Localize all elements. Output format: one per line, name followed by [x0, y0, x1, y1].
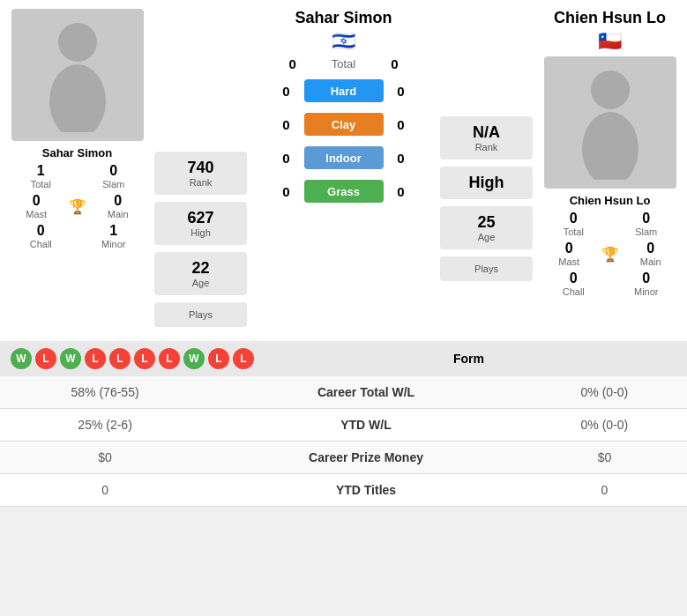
right-player-name: Chien Hsun Lo — [570, 194, 651, 207]
form-badge-8: L — [208, 348, 229, 369]
right-chall-row: 0 Chall 0 Minor — [537, 271, 683, 297]
surface-row-clay: 0 Clay 0 — [251, 113, 436, 136]
left-age-lbl: Age — [161, 278, 240, 288]
left-high-lbl: High — [161, 227, 240, 238]
center-total-label: Total — [332, 57, 355, 71]
right-plays-box: Plays — [440, 256, 533, 281]
left-player-area: Sahar Simon 1 Total 0 Slam 0 Mast 🏆 — [4, 9, 150, 329]
right-age-val: 25 — [447, 213, 526, 232]
surface-left-1: 0 — [278, 117, 295, 132]
form-label: Form — [261, 352, 676, 366]
left-flag: 🇮🇱 — [332, 30, 355, 53]
surface-btn-indoor[interactable]: Indoor — [304, 146, 384, 169]
right-chall-val: 0 — [537, 271, 610, 286]
left-age-box: 22 Age — [154, 252, 247, 295]
stats-left-1: 25% (2-6) — [0, 409, 210, 442]
right-high-val: High — [447, 174, 526, 192]
left-stat-boxes: 740 Rank 627 High 22 Age Plays — [154, 150, 247, 329]
stats-left-0: 58% (76-55) — [0, 376, 210, 409]
right-player-area: Chien Hsun Lo 🇨🇱 Chien Hsun Lo 0 Total 0… — [537, 9, 683, 329]
left-mast-val: 0 — [4, 193, 69, 209]
total-row: 0 Total 0 — [251, 56, 436, 71]
left-trophy-row: 0 Mast 🏆 0 Main — [4, 193, 150, 219]
players-section: Sahar Simon 1 Total 0 Slam 0 Mast 🏆 — [0, 0, 687, 338]
right-plays-lbl: Plays — [447, 263, 526, 274]
left-name-header: Sahar Simon — [295, 9, 392, 27]
left-chall-val: 0 — [4, 223, 78, 239]
form-badge-2: W — [60, 348, 81, 369]
right-name-header: Chien Hsun Lo — [554, 9, 666, 27]
left-minor-lbl: Minor — [78, 239, 151, 249]
stats-right-2: $0 — [522, 442, 687, 474]
right-main-lbl: Main — [619, 256, 683, 267]
center-area: Sahar Simon 🇮🇱 0 Total 0 0 Hard 0 0 Clay — [251, 9, 436, 329]
stats-right-1: 0% (0-0) — [522, 409, 687, 442]
left-slam-val: 0 — [78, 163, 151, 179]
stats-label-1: YTD W/L — [210, 409, 522, 442]
form-badge-6: L — [159, 348, 180, 369]
stats-right-3: 0 — [522, 474, 687, 507]
left-player-photo — [11, 9, 144, 141]
surface-btn-clay[interactable]: Clay — [304, 113, 384, 136]
form-badge-1: L — [35, 348, 56, 369]
left-rank-val: 740 — [161, 159, 240, 177]
right-chall-lbl: Chall — [537, 286, 610, 297]
right-main-val: 0 — [619, 241, 683, 256]
surface-btn-hard[interactable]: Hard — [304, 79, 384, 102]
surface-left-3: 0 — [278, 184, 295, 199]
stats-right-0: 0% (0-0) — [522, 376, 687, 409]
right-trophy-icon: 🏆 — [601, 246, 619, 263]
form-badge-0: W — [11, 348, 32, 369]
right-slam-lbl: Slam — [610, 226, 683, 237]
surface-btn-grass[interactable]: Grass — [304, 180, 384, 203]
stats-left-2: $0 — [0, 442, 210, 474]
left-mast-lbl: Mast — [4, 209, 69, 219]
surface-right-0: 0 — [392, 84, 410, 99]
right-rank-box: N/A Rank — [440, 116, 533, 160]
stats-row-0: 58% (76-55) Career Total W/L 0% (0-0) — [0, 376, 687, 409]
svg-point-0 — [58, 23, 97, 62]
left-main-val: 0 — [86, 193, 151, 209]
surface-right-1: 0 — [392, 117, 410, 132]
left-chall-lbl: Chall — [4, 239, 78, 249]
svg-point-3 — [582, 112, 638, 180]
svg-point-2 — [591, 71, 630, 109]
form-badge-9: L — [233, 348, 254, 369]
left-main-lbl: Main — [86, 209, 151, 219]
left-slam-lbl: Slam — [78, 179, 151, 189]
right-player-stats: 0 Total 0 Slam — [537, 211, 683, 237]
form-badge-4: L — [109, 348, 131, 369]
left-high-val: 627 — [161, 209, 240, 227]
surface-row-indoor: 0 Indoor 0 — [251, 146, 436, 169]
right-high-box: High — [440, 167, 533, 199]
left-plays-box: Plays — [154, 302, 247, 327]
center-left-total: 0 — [288, 56, 295, 71]
form-section: WLWLLLLWLL Form — [0, 341, 687, 376]
right-name-flag-header: Chien Hsun Lo 🇨🇱 — [554, 9, 666, 53]
right-age-lbl: Age — [447, 232, 526, 242]
right-age-box: 25 Age — [440, 206, 533, 249]
right-minor-lbl: Minor — [610, 286, 683, 297]
right-total-val: 0 — [537, 211, 610, 226]
center-right-total: 0 — [391, 56, 398, 71]
right-mast-val: 0 — [537, 241, 601, 256]
left-rank-box: 740 Rank — [154, 152, 247, 195]
left-high-box: 627 High — [154, 202, 247, 245]
stats-row-2: $0 Career Prize Money $0 — [0, 442, 687, 474]
left-total-val: 1 — [4, 163, 78, 179]
stats-row-1: 25% (2-6) YTD W/L 0% (0-0) — [0, 409, 687, 442]
form-badges: WLWLLLLWLL — [11, 348, 254, 369]
left-chall-row: 0 Chall 1 Minor — [4, 223, 150, 249]
main-container: Sahar Simon 1 Total 0 Slam 0 Mast 🏆 — [0, 0, 687, 507]
right-player-photo — [544, 56, 676, 189]
surface-right-2: 0 — [392, 151, 410, 166]
stats-left-3: 0 — [0, 474, 210, 507]
right-mast-lbl: Mast — [537, 256, 601, 267]
form-badge-5: L — [134, 348, 155, 369]
left-player-name: Sahar Simon — [42, 146, 112, 160]
right-minor-val: 0 — [610, 271, 683, 286]
stats-row-3: 0 YTD Titles 0 — [0, 474, 687, 507]
right-stat-boxes: N/A Rank High 25 Age Plays — [440, 115, 533, 329]
right-rank-lbl: Rank — [447, 142, 526, 152]
svg-point-1 — [49, 64, 106, 132]
